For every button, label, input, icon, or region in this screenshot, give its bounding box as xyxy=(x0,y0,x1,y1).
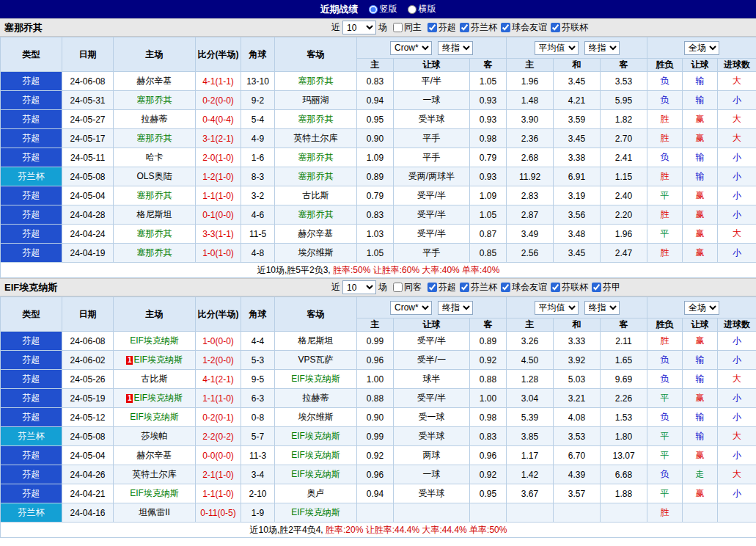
result-outcome: 负 xyxy=(647,465,683,484)
asia-handicap: 平手 xyxy=(394,129,470,148)
league-checkbox[interactable] xyxy=(592,283,601,292)
away-team: 赫尔辛基 xyxy=(275,225,357,244)
layout-radio-horizontal[interactable]: 横版 xyxy=(408,3,436,15)
league-type: 芬超 xyxy=(1,148,62,167)
euro-draw-odds: 3.92 xyxy=(554,351,601,370)
league-checkbox[interactable] xyxy=(460,283,469,292)
same-venue-checkbox[interactable] xyxy=(393,283,403,292)
bookmaker-select[interactable]: Crow* xyxy=(390,301,432,315)
match-row: 芬超24-05-31塞那乔其0-2(0-0)9-2玛丽湖0.94一球0.931.… xyxy=(1,91,756,110)
league-filter[interactable]: 芬超 xyxy=(427,21,456,34)
scope-select[interactable]: 全场 xyxy=(684,301,719,315)
score: 2-1(1-0) xyxy=(196,465,241,484)
euro-source-select[interactable]: 平均值 xyxy=(535,301,579,315)
euro-away-odds: 6.68 xyxy=(601,465,647,484)
asia-handicap: 一球 xyxy=(394,91,470,110)
result-handicap: 输 xyxy=(683,370,718,389)
league-checkbox[interactable] xyxy=(427,23,437,32)
home-team: 塞那乔其 xyxy=(114,244,196,263)
col-date: 日期 xyxy=(62,297,114,332)
league-filter[interactable]: 球会友谊 xyxy=(501,281,547,294)
league-checkbox[interactable] xyxy=(460,23,469,32)
score: 2-0(1-0) xyxy=(196,148,241,167)
euro-time-select[interactable]: 终指 xyxy=(584,41,620,55)
recent-results-table: 类型 日期 主场 比分(半场) 角球 客场 Crow*终指 平均值终指 全场 主… xyxy=(0,37,756,278)
corner-count: 9-5 xyxy=(241,370,275,389)
league-filter[interactable]: 芬兰杯 xyxy=(460,21,497,34)
euro-draw-odds: 6.70 xyxy=(554,446,601,465)
asia-time-select[interactable]: 终指 xyxy=(438,41,473,55)
match-row: 芬超24-04-21EIF埃克纳斯1-1(1-0)2-10奥卢0.94受半球0.… xyxy=(1,484,756,503)
league-filter[interactable]: 芬超 xyxy=(427,281,456,294)
league-type: 芬超 xyxy=(1,244,62,263)
league-filter[interactable]: 芬联杯 xyxy=(551,281,588,294)
euro-home-odds: 5.39 xyxy=(507,408,554,427)
scope-select[interactable]: 全场 xyxy=(684,41,719,55)
euro-draw-odds: 3.45 xyxy=(554,244,601,263)
asia-home-odds: 0.89 xyxy=(357,167,394,186)
euro-odds-header: 平均值终指 xyxy=(507,297,647,318)
league-checkbox[interactable] xyxy=(551,23,560,32)
recent-count-select[interactable]: 10 xyxy=(342,21,376,34)
sub-asia-away: 客 xyxy=(470,318,507,332)
league-type: 芬兰杯 xyxy=(1,427,62,446)
home-team: 塞那乔其 xyxy=(114,91,196,110)
euro-source-select[interactable]: 平均值 xyxy=(535,41,579,55)
league-filter[interactable]: 球会友谊 xyxy=(501,21,547,34)
league-checkbox[interactable] xyxy=(501,283,510,292)
euro-away-odds: 1.88 xyxy=(601,484,647,503)
bookmaker-select[interactable]: Crow* xyxy=(390,41,432,55)
layout-radio-vertical[interactable]: 竖版 xyxy=(369,3,397,15)
league-checkbox[interactable] xyxy=(427,283,437,292)
corner-count: 5-3 xyxy=(241,351,275,370)
asia-handicap: 平手 xyxy=(394,244,470,263)
result-outcome: 胜 xyxy=(647,503,683,523)
recent-count-select[interactable]: 10 xyxy=(342,280,376,294)
asia-handicap: 平手 xyxy=(394,148,470,167)
asia-away-odds xyxy=(470,503,507,523)
col-type: 类型 xyxy=(1,37,62,72)
same-venue-filter[interactable]: 同主 xyxy=(393,21,422,34)
league-checkbox[interactable] xyxy=(551,283,560,292)
result-outcome: 胜 xyxy=(647,244,683,263)
result-goals: 小 xyxy=(718,484,756,503)
same-venue-checkbox[interactable] xyxy=(393,23,403,32)
corner-count: 9-2 xyxy=(241,91,275,110)
home-team: 赫尔辛基 xyxy=(114,72,196,91)
asia-away-odds: 1.05 xyxy=(470,72,507,91)
result-goals: 小 xyxy=(718,389,756,408)
league-type: 芬兰杯 xyxy=(1,167,62,186)
euro-home-odds: 3.04 xyxy=(507,389,554,408)
same-venue-filter[interactable]: 同客 xyxy=(393,281,422,294)
asia-time-select[interactable]: 终指 xyxy=(438,301,473,315)
asia-away-odds: 0.98 xyxy=(470,129,507,148)
result-goals: 大 xyxy=(718,427,756,446)
away-team: 埃尔维斯 xyxy=(275,408,357,427)
horizontal-radio[interactable] xyxy=(408,5,416,14)
vertical-radio[interactable] xyxy=(369,5,378,14)
score: 4-1(2-1) xyxy=(196,370,241,389)
league-filter[interactable]: 芬甲 xyxy=(592,281,620,294)
league-filter[interactable]: 芬联杯 xyxy=(551,21,588,34)
league-type: 芬超 xyxy=(1,370,62,389)
asia-handicap: 受半/一 xyxy=(394,351,470,370)
league-filter[interactable]: 芬兰杯 xyxy=(460,281,497,294)
match-row: 芬兰杯24-04-16坦佩雷II0-11(0-5)1-9EIF埃克纳斯胜 xyxy=(1,503,756,523)
asia-away-odds: 0.93 xyxy=(470,110,507,129)
league-type: 芬超 xyxy=(1,129,62,148)
euro-away-odds: 9.69 xyxy=(601,370,647,389)
match-row: 芬超24-05-26古比斯4-1(2-1)9-5EIF埃克纳斯1.00球半0.8… xyxy=(1,370,756,389)
result-handicap: 输 xyxy=(683,351,718,370)
euro-time-select[interactable]: 终指 xyxy=(584,301,620,315)
asia-home-odds: 1.00 xyxy=(357,370,394,389)
result-goals: 小 xyxy=(718,408,756,427)
euro-draw-odds xyxy=(554,503,601,523)
col-home: 主场 xyxy=(114,297,196,332)
result-goals: 大 xyxy=(718,110,756,129)
league-checkbox[interactable] xyxy=(501,23,510,32)
sub-handicap: 让球 xyxy=(394,59,470,72)
asia-away-odds: 0.92 xyxy=(470,351,507,370)
asia-away-odds: 0.87 xyxy=(470,225,507,244)
asia-home-odds: 1.05 xyxy=(357,244,394,263)
result-outcome: 平 xyxy=(647,389,683,408)
